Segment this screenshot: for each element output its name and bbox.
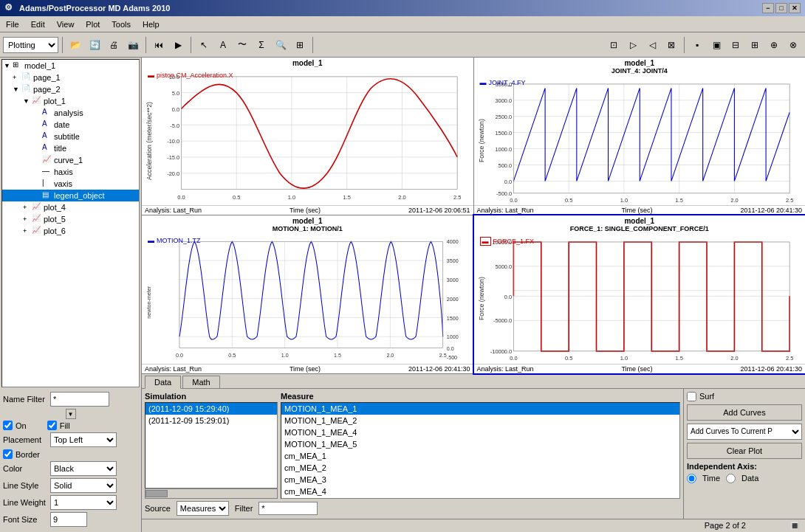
tb-btn-10[interactable]: ⊗ xyxy=(784,36,802,54)
time-radio[interactable] xyxy=(687,474,696,483)
sum-button[interactable]: Σ xyxy=(253,36,270,54)
svg-text:2.0: 2.0 xyxy=(730,197,738,204)
tab-data[interactable]: Data xyxy=(145,376,181,389)
surf-checkbox[interactable] xyxy=(687,392,696,401)
camera-button[interactable]: 📷 xyxy=(124,36,142,54)
tb-btn-7[interactable]: ⊟ xyxy=(727,36,744,54)
tree-item-model1[interactable]: ▼ ⊞ model_1 xyxy=(2,60,139,72)
tree-expand-plot4[interactable]: + xyxy=(23,204,32,211)
minimize-button[interactable]: − xyxy=(762,3,774,13)
plot-top-left[interactable]: model_1 ▬ piston.CM_Acceleration.X Accel… xyxy=(142,58,473,215)
tree-expand-plot5[interactable]: + xyxy=(23,215,32,223)
mea-item-1[interactable]: MOTION_1_MEA_2 xyxy=(281,415,679,426)
name-filter-input[interactable] xyxy=(50,392,109,407)
source-select[interactable]: Measures Results xyxy=(177,501,229,516)
open-button[interactable]: 📂 xyxy=(66,36,84,54)
filter-arrow-button[interactable]: ▼ xyxy=(66,409,76,419)
plot-bl-footer: Analysis: Last_Run Time (sec) 2011-12-06… xyxy=(142,364,473,373)
print-button[interactable]: 🖨 xyxy=(105,36,123,54)
plot-bottom-left[interactable]: model_1 MOTION_1: MOTION/1 ▬ MOTION_1.TZ… xyxy=(142,215,473,373)
tree-expand-model1[interactable]: ▼ xyxy=(4,62,13,69)
mea-item-0[interactable]: MOTION_1_MEA_1 xyxy=(281,403,679,415)
tb-btn-8[interactable]: ⊞ xyxy=(746,36,764,54)
tree-item-analysis[interactable]: + A analysis xyxy=(2,107,139,119)
tree-icon-page1: 📄 xyxy=(21,72,32,83)
tb-btn-9[interactable]: ⊕ xyxy=(765,36,783,54)
sim-item-1[interactable]: (2011-12-09 15:29:01) xyxy=(145,415,277,426)
tb-btn-4[interactable]: ⊠ xyxy=(662,36,680,54)
tree-item-page2[interactable]: ▼ 📄 page_2 xyxy=(2,83,139,95)
tree-item-haxis[interactable]: + — haxis xyxy=(2,166,139,178)
border-checkbox[interactable] xyxy=(3,449,13,459)
curve-button[interactable]: 〜 xyxy=(233,36,251,54)
svg-text:2.0: 2.0 xyxy=(730,355,738,362)
add-curves-button[interactable]: Add Curves xyxy=(687,404,802,421)
plot-bottom-right[interactable]: model_1 FORCE_1: SINGLE_COMPONENT_FORCE/… xyxy=(474,215,806,373)
menu-view[interactable]: View xyxy=(51,18,80,30)
tree-item-page1[interactable]: + 📄 page_1 xyxy=(2,72,139,83)
refresh-button[interactable]: 🔄 xyxy=(86,36,103,54)
menu-tools[interactable]: Tools xyxy=(106,18,137,30)
prev-page-button[interactable]: ⏮ xyxy=(150,36,168,54)
tree-item-plot4[interactable]: + 📈 plot_4 xyxy=(2,201,139,213)
tab-math[interactable]: Math xyxy=(182,376,219,388)
add-curves-to-current-select[interactable]: Add Curves To Current P xyxy=(687,424,802,440)
tree-item-subtitle[interactable]: + A subtitle xyxy=(2,131,139,142)
mea-item-6[interactable]: cm_MEA_3 xyxy=(281,474,679,486)
grid-button[interactable]: ⊞ xyxy=(291,36,309,54)
font-size-input[interactable] xyxy=(50,512,87,527)
clear-plot-button[interactable]: Clear Plot xyxy=(687,443,802,459)
tree-item-title[interactable]: + A title xyxy=(2,142,139,154)
tb-btn-5[interactable]: ▪ xyxy=(688,36,706,54)
tree-item-plot1[interactable]: ▼ 📈 plot_1 xyxy=(2,95,139,107)
maximize-button[interactable]: □ xyxy=(775,3,787,13)
line-style-select[interactable]: Solid Dashed xyxy=(50,478,117,493)
menu-help[interactable]: Help xyxy=(137,18,165,30)
filter-input[interactable] xyxy=(258,502,318,515)
mea-item-3[interactable]: MOTION_1_MEA_5 xyxy=(281,438,679,450)
plot-br-svg: Force (newton) xyxy=(474,234,806,363)
tree-item-legend[interactable]: + ▤ legend_object xyxy=(2,190,139,201)
mea-item-4[interactable]: cm_MEA_1 xyxy=(281,450,679,462)
tree-expand-page2[interactable]: ▼ xyxy=(13,86,21,93)
measure-list[interactable]: MOTION_1_MEA_1 MOTION_1_MEA_2 MOTION_1_M… xyxy=(281,402,680,499)
color-select[interactable]: Black White Red Blue xyxy=(50,461,117,476)
tb-btn-1[interactable]: ⊡ xyxy=(605,36,623,54)
line-weight-select[interactable]: 1 2 3 xyxy=(50,495,117,510)
tree-area[interactable]: ▼ ⊞ model_1 + 📄 page_1 ▼ 📄 page_2 ▼ 📈 pl… xyxy=(1,59,140,387)
mea-item-2[interactable]: MOTION_1_MEA_4 xyxy=(281,426,679,438)
tree-item-date[interactable]: + A date xyxy=(2,119,139,131)
sidebar: ▼ ⊞ model_1 + 📄 page_1 ▼ 📄 page_2 ▼ 📈 pl… xyxy=(0,58,142,532)
mode-select[interactable]: Plotting Animation xyxy=(3,37,58,53)
tree-item-plot6[interactable]: + 📈 plot_6 xyxy=(2,225,139,237)
data-radio[interactable] xyxy=(726,474,736,483)
mea-item-7[interactable]: cm_MEA_4 xyxy=(281,486,679,497)
svg-text:2.5: 2.5 xyxy=(785,355,792,362)
select-button[interactable]: ↖ xyxy=(195,36,213,54)
mea-item-5[interactable]: cm_MEA_2 xyxy=(281,462,679,474)
sim-scrollbar[interactable] xyxy=(145,488,278,499)
tb-btn-6[interactable]: ▣ xyxy=(708,36,725,54)
close-button[interactable]: ✕ xyxy=(789,3,801,13)
on-checkbox[interactable] xyxy=(3,421,13,430)
plot-top-right[interactable]: model_1 JOINT_4: JOINT/4 ▬ JOINT_4.FY Fo… xyxy=(474,58,806,215)
menu-edit[interactable]: Edit xyxy=(25,18,51,30)
tree-expand-page1[interactable]: + xyxy=(13,74,21,81)
tree-item-plot5[interactable]: + 📈 plot_5 xyxy=(2,213,139,225)
tree-expand-plot6[interactable]: + xyxy=(23,227,32,235)
tb-btn-2[interactable]: ▷ xyxy=(624,36,642,54)
next-page-button[interactable]: ▶ xyxy=(169,36,187,54)
sim-item-0[interactable]: (2011-12-09 15:29:40) xyxy=(145,403,277,415)
plot-br-footer: Analysis: Last_Run Time (sec) 2011-12-06… xyxy=(474,364,806,373)
placement-select[interactable]: Top Left Top Right Bottom Left Bottom Ri… xyxy=(50,432,117,447)
search-button[interactable]: 🔍 xyxy=(272,36,290,54)
tree-item-curve1[interactable]: + 📈 curve_1 xyxy=(2,154,139,166)
tree-item-vaxis[interactable]: + | vaxis xyxy=(2,178,139,190)
menu-plot[interactable]: Plot xyxy=(80,18,106,30)
text-button[interactable]: A xyxy=(214,36,232,54)
menu-file[interactable]: File xyxy=(0,18,25,30)
tb-btn-3[interactable]: ◁ xyxy=(643,36,661,54)
fill-checkbox[interactable] xyxy=(47,421,57,430)
tree-expand-plot1[interactable]: ▼ xyxy=(23,97,32,105)
simulation-list[interactable]: (2011-12-09 15:29:40) (2011-12-09 15:29:… xyxy=(145,402,278,488)
